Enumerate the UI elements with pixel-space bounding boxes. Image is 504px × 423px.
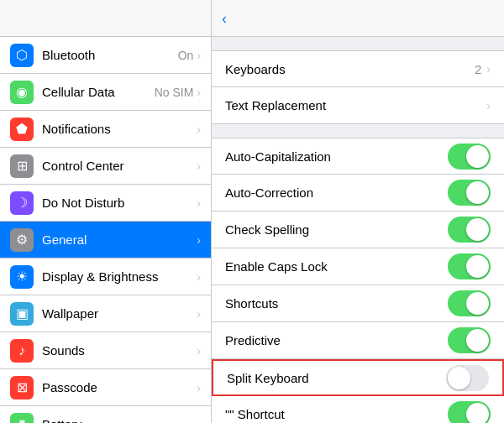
row-text-replacement-label: Text Replacement [225,98,486,112]
row-check-spell-label: Check Spelling [225,222,448,237]
passcode-label: Passcode [42,380,197,394]
sidebar-item-bluetooth[interactable]: ⬡BluetoothOn› [0,37,211,74]
row-split-kb[interactable]: Split Keyboard [212,359,504,396]
general-label: General [42,232,197,247]
header: ‹ [0,0,504,37]
toggle-auto-cap-knob [466,145,489,168]
cellular-value: No SIM [155,86,194,99]
toggle-predictive-knob [466,329,489,352]
header-right: ‹ [212,0,504,36]
toggle-check-spell-knob [466,218,489,241]
sounds-icon: ♪ [10,339,34,363]
wallpaper-icon: ▣ [10,302,34,326]
section-group-1: Auto-CapitalizationAuto-CorrectionCheck … [212,138,504,423]
display-label: Display & Brightness [42,269,197,284]
row-auto-corr-label: Auto-Correction [225,185,448,200]
row-keyboards-chevron-icon: › [486,62,491,76]
battery-label: Battery [42,417,197,423]
toggle-auto-corr-knob [466,181,489,204]
row-auto-cap-label: Auto-Capitalization [225,149,448,164]
toggle-quote-shortcut-knob [466,403,489,423]
row-caps-lock-label: Enable Caps Lock [225,259,448,274]
row-keyboards-label: Keyboards [225,62,475,76]
general-icon: ⚙ [10,228,34,252]
bluetooth-icon: ⬡ [10,44,34,67]
passcode-chevron-icon: › [197,381,201,394]
sidebar-item-display[interactable]: ☀Display & Brightness› [0,258,211,295]
right-panel: Keyboards2›Text Replacement›Auto-Capital… [212,37,504,423]
dnd-chevron-icon: › [197,196,201,210]
wallpaper-chevron-icon: › [197,307,201,321]
passcode-icon: ⊠ [10,376,34,400]
row-check-spell[interactable]: Check Spelling [212,212,504,248]
sidebar-item-wallpaper[interactable]: ▣Wallpaper› [0,295,211,332]
row-text-replacement-chevron-icon: › [486,99,491,112]
dnd-label: Do Not Disturb [42,196,197,210]
row-auto-corr[interactable]: Auto-Correction [212,175,504,212]
battery-chevron-icon: › [197,418,201,424]
sidebar-item-cellular[interactable]: ◉Cellular DataNo SIM› [0,74,211,111]
display-icon: ☀ [10,265,34,289]
sidebar: ⬡BluetoothOn›◉Cellular DataNo SIM›⬟Notif… [0,37,212,423]
toggle-split-kb-knob [448,367,470,389]
sidebar-item-dnd[interactable]: ☽Do Not Disturb› [0,185,211,222]
row-shortcuts[interactable]: Shortcuts [212,285,504,322]
sidebar-item-control[interactable]: ⊞Control Center› [0,148,211,185]
row-shortcuts-label: Shortcuts [225,296,448,311]
toggle-split-kb[interactable] [446,365,489,391]
toggle-shortcuts-knob [466,292,489,315]
row-predictive-label: Predictive [225,333,448,347]
sounds-label: Sounds [42,343,197,358]
control-icon: ⊞ [10,154,34,178]
bluetooth-value: On [178,49,194,62]
main-content: ⬡BluetoothOn›◉Cellular DataNo SIM›⬟Notif… [0,37,504,423]
toggle-auto-corr[interactable] [448,180,491,206]
row-keyboards-value: 2 [475,62,481,76]
row-quote-shortcut-label: "" Shortcut [225,407,448,421]
notifications-icon: ⬟ [10,118,34,141]
dnd-icon: ☽ [10,191,34,215]
back-button[interactable]: ‹ [222,11,228,26]
cellular-icon: ◉ [10,81,34,104]
toggle-shortcuts[interactable] [448,290,491,316]
control-label: Control Center [42,159,197,173]
battery-icon: ▮ [10,413,34,424]
section-group-0: Keyboards2›Text Replacement› [212,50,504,124]
display-chevron-icon: › [197,270,201,284]
row-predictive[interactable]: Predictive [212,322,504,359]
row-caps-lock[interactable]: Enable Caps Lock [212,248,504,285]
bluetooth-chevron-icon: › [197,49,201,62]
row-split-kb-label: Split Keyboard [227,371,446,385]
sidebar-item-battery[interactable]: ▮Battery› [0,406,211,423]
cellular-chevron-icon: › [197,86,201,99]
sidebar-item-general[interactable]: ⚙General› [0,222,211,258]
sidebar-item-notifications[interactable]: ⬟Notifications› [0,111,211,148]
sidebar-item-sounds[interactable]: ♪Sounds› [0,332,211,369]
toggle-auto-cap[interactable] [448,144,491,170]
general-chevron-icon: › [197,233,201,247]
row-auto-cap[interactable]: Auto-Capitalization [212,138,504,175]
wallpaper-label: Wallpaper [42,306,197,321]
toggle-check-spell[interactable] [448,217,491,243]
cellular-label: Cellular Data [42,85,155,99]
toggle-caps-lock[interactable] [448,253,491,279]
sounds-chevron-icon: › [197,344,201,358]
control-chevron-icon: › [197,159,201,173]
toggle-caps-lock-knob [466,255,489,278]
toggle-predictive[interactable] [448,327,491,353]
notifications-label: Notifications [42,122,197,136]
row-text-replacement[interactable]: Text Replacement› [212,87,504,124]
row-keyboards[interactable]: Keyboards2› [212,50,504,87]
bluetooth-label: Bluetooth [42,48,178,62]
row-quote-shortcut[interactable]: "" Shortcut [212,396,504,423]
sidebar-item-passcode[interactable]: ⊠Passcode› [0,369,211,406]
header-left-title [0,0,212,36]
back-chevron-icon: ‹ [222,11,227,26]
notifications-chevron-icon: › [197,123,201,136]
toggle-quote-shortcut[interactable] [448,401,491,423]
